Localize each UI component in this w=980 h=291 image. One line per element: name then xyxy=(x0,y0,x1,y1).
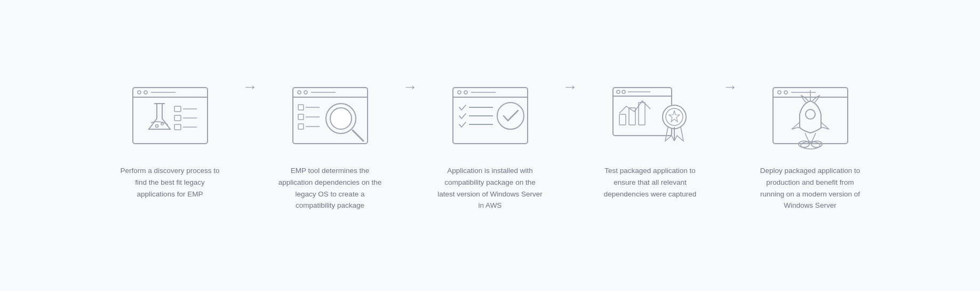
arrow-2: → xyxy=(389,80,432,180)
svg-point-51 xyxy=(784,91,787,94)
step-discover: Perform a discovery process to find the … xyxy=(111,80,229,200)
svg-point-50 xyxy=(778,91,781,94)
svg-rect-42 xyxy=(619,114,626,125)
step-analyze: EMP tool determines the application depe… xyxy=(272,80,389,211)
svg-point-16 xyxy=(298,91,301,94)
svg-point-36 xyxy=(497,103,524,129)
svg-rect-0 xyxy=(133,88,208,144)
svg-rect-12 xyxy=(174,124,181,130)
step-discover-text: Perform a discovery process to find the … xyxy=(117,165,224,200)
svg-rect-8 xyxy=(174,106,181,112)
step-discover-icon xyxy=(125,80,216,154)
svg-point-6 xyxy=(155,125,158,128)
svg-point-40 xyxy=(622,90,625,93)
svg-point-3 xyxy=(144,91,147,94)
svg-line-27 xyxy=(353,130,363,141)
step-install: Application is installed with compatibil… xyxy=(432,80,549,211)
step-analyze-icon xyxy=(285,80,376,154)
step-test-icon xyxy=(605,80,696,154)
step-test: Test packaged application to ensure that… xyxy=(592,80,709,200)
svg-rect-44 xyxy=(639,103,645,125)
svg-rect-21 xyxy=(298,114,304,120)
step-install-icon xyxy=(445,80,536,154)
step-analyze-text: EMP tool determines the application depe… xyxy=(277,165,384,211)
svg-point-54 xyxy=(801,141,820,149)
svg-rect-23 xyxy=(298,124,304,129)
arrow-3: → xyxy=(549,80,592,180)
step-test-text: Test packaged application to ensure that… xyxy=(597,165,704,200)
svg-point-53 xyxy=(806,109,815,119)
step-deploy-icon xyxy=(765,80,856,154)
svg-point-7 xyxy=(161,123,163,125)
step-deploy: Deploy packaged application to productio… xyxy=(752,80,869,211)
svg-point-2 xyxy=(138,91,141,94)
svg-point-26 xyxy=(330,108,352,129)
arrow-4: → xyxy=(709,80,752,180)
step-deploy-text: Deploy packaged application to productio… xyxy=(757,165,864,211)
arrow-1: → xyxy=(229,80,272,180)
step-install-text: Application is installed with compatibil… xyxy=(437,165,544,211)
workflow-container: Perform a discovery process to find the … xyxy=(0,58,980,232)
svg-rect-10 xyxy=(174,115,181,121)
svg-point-17 xyxy=(304,91,307,94)
svg-point-39 xyxy=(617,90,620,93)
svg-rect-19 xyxy=(298,105,304,110)
svg-point-31 xyxy=(464,91,467,94)
svg-point-30 xyxy=(458,91,461,94)
svg-rect-37 xyxy=(613,88,672,136)
